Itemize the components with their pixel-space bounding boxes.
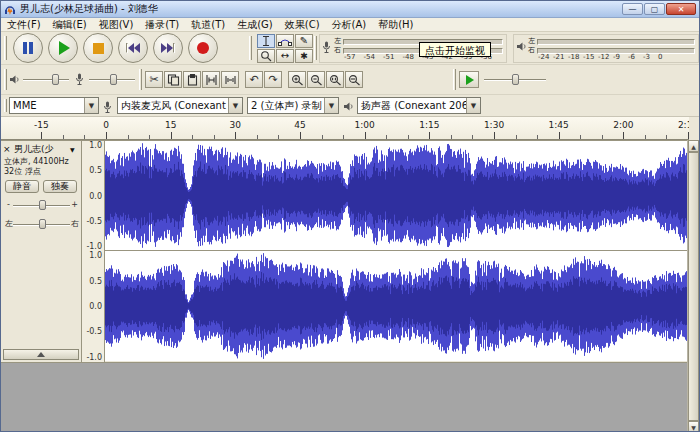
ruler-tick	[322, 135, 323, 139]
stop-button[interactable]	[83, 33, 113, 63]
menu-item[interactable]: 文件(F)	[1, 18, 47, 32]
playback-device-value: 扬声器 (Conexant 20671 S	[358, 99, 466, 113]
ruler-tick	[192, 135, 193, 139]
amplitude-label: 0.0	[89, 191, 102, 200]
envelope-tool-button[interactable]	[276, 34, 294, 48]
cut-button[interactable]: ✂	[145, 71, 163, 88]
ruler-tick	[559, 132, 560, 139]
waveform-right[interactable]	[105, 251, 688, 361]
toolbar-grip[interactable]	[249, 36, 252, 60]
zoom-in-icon	[291, 74, 304, 86]
copy-button[interactable]	[164, 71, 182, 88]
audacity-window: 男儿志(少林足球插曲) - 刘德华 — ▢ ✕ 文件(F)编辑(E)视图(V)播…	[0, 0, 700, 432]
redo-button[interactable]: ↷	[264, 71, 282, 88]
track-close-button[interactable]: ×	[3, 145, 12, 154]
gain-slider[interactable]: - +	[5, 198, 78, 212]
recording-device-select[interactable]: 内装麦克风 (Conexant 206▼	[117, 97, 243, 114]
scrollbar-thumb[interactable]	[688, 152, 699, 421]
fit-selection-button[interactable]	[326, 71, 344, 88]
ruler-tick	[106, 132, 107, 139]
audacity-logo-icon	[4, 3, 16, 15]
audio-host-select[interactable]: MME▼	[9, 97, 99, 114]
maximize-button[interactable]: ▢	[644, 3, 665, 15]
meter-scale-label: -54	[364, 53, 375, 61]
ruler-tick	[257, 135, 258, 139]
ruler-tick	[214, 135, 215, 139]
toolbar-grip[interactable]	[4, 99, 7, 112]
zoom-tool-button[interactable]	[257, 49, 275, 63]
toolbar-grip[interactable]	[4, 36, 7, 60]
slider-thumb[interactable]	[52, 74, 59, 85]
output-volume-slider[interactable]	[23, 73, 69, 87]
vertical-scrollbar[interactable]: ▲ ▼	[687, 140, 699, 432]
amplitude-label: -0.5	[86, 327, 102, 336]
menu-item[interactable]: 编辑(E)	[47, 18, 93, 32]
track-menu-arrow-icon[interactable]: ▼	[70, 146, 79, 153]
toolbar-row-1: ✎ ↔ ✱ 左 右 -57-54-51-48-45-42-39-36	[1, 32, 699, 65]
pause-button[interactable]	[13, 33, 43, 63]
playback-speed-slider[interactable]	[484, 73, 546, 87]
timeline-label: 1:45	[549, 120, 569, 130]
slider-thumb[interactable]	[110, 74, 117, 85]
undo-button[interactable]: ↶	[245, 71, 263, 88]
fit-selection-icon	[329, 74, 342, 86]
waveform-left[interactable]	[105, 141, 688, 250]
record-button[interactable]	[188, 33, 218, 63]
mute-button[interactable]: 静音	[5, 180, 39, 193]
ruler-tick	[472, 135, 473, 139]
toolbar-grip[interactable]	[4, 69, 7, 90]
scroll-up-icon[interactable]: ▲	[688, 140, 699, 152]
minimize-button[interactable]: —	[622, 3, 643, 15]
zoom-out-button[interactable]	[307, 71, 325, 88]
playback-device-select[interactable]: 扬声器 (Conexant 20671 S▼	[357, 97, 481, 114]
meter-left-label: 左	[528, 38, 537, 45]
pan-slider[interactable]: 左 右	[5, 217, 78, 231]
timeline-ruler[interactable]: -1501530451:001:151:301:452:002:15	[1, 117, 689, 140]
timeshift-tool-button[interactable]: ↔	[276, 49, 294, 63]
selection-tool-button[interactable]	[257, 34, 275, 48]
toolbar-grip[interactable]	[453, 69, 456, 90]
track-area: × 男儿志(少 ▼ 立体声, 44100Hz 32位 浮点 静音 独奏 - + …	[1, 140, 689, 363]
trim-button[interactable]	[202, 71, 220, 88]
silence-button[interactable]	[221, 71, 239, 88]
scroll-down-icon[interactable]: ▼	[688, 421, 699, 432]
zoom-out-icon	[310, 74, 323, 86]
play-at-speed-button[interactable]	[459, 71, 479, 88]
menu-item[interactable]: 效果(C)	[279, 18, 326, 32]
track-collapse-button[interactable]	[3, 349, 79, 360]
close-button[interactable]: ✕	[666, 3, 696, 15]
track-bitdepth-info: 32位 浮点	[4, 166, 41, 177]
slider-thumb[interactable]	[39, 219, 46, 229]
menu-item[interactable]: 帮助(H)	[372, 18, 419, 32]
slider-thumb[interactable]	[39, 200, 46, 210]
skip-start-button[interactable]	[118, 33, 148, 63]
solo-button[interactable]: 独奏	[43, 180, 77, 193]
recording-channels-select[interactable]: 2 (立体声) 录制▼	[247, 97, 339, 114]
input-volume-slider[interactable]	[89, 73, 135, 87]
ruler-tick	[537, 135, 538, 139]
paste-button[interactable]	[183, 71, 201, 88]
audio-clip[interactable]	[105, 141, 688, 362]
menu-item[interactable]: 生成(G)	[231, 18, 279, 32]
track-name[interactable]: 男儿志(少	[14, 143, 68, 156]
meter-scale-label: -9	[613, 53, 620, 61]
multi-tool-button[interactable]: ✱	[295, 49, 313, 63]
play-meter[interactable]: 左 右 -24-21-18-15-12-9-6-30	[513, 34, 699, 63]
toolbar-grip[interactable]	[139, 69, 142, 90]
cut-icon: ✂	[149, 74, 158, 85]
draw-tool-button[interactable]: ✎	[295, 34, 313, 48]
menu-item[interactable]: 轨道(T)	[185, 18, 231, 32]
slider-thumb[interactable]	[512, 74, 519, 85]
menu-item[interactable]: 分析(A)	[326, 18, 373, 32]
menu-item[interactable]: 视图(V)	[93, 18, 140, 32]
copy-icon	[167, 74, 180, 86]
gain-max-label: +	[71, 201, 78, 209]
fit-project-button[interactable]	[345, 71, 363, 88]
toolbar-grip[interactable]	[314, 36, 317, 60]
menu-item[interactable]: 播录(T)	[139, 18, 185, 32]
play-button[interactable]	[48, 33, 78, 63]
ruler-tick	[63, 135, 64, 139]
zoom-in-button[interactable]	[288, 71, 306, 88]
skip-end-button[interactable]	[153, 33, 183, 63]
amplitude-ruler: 1.00.50.0-0.5-1.0	[82, 251, 104, 361]
